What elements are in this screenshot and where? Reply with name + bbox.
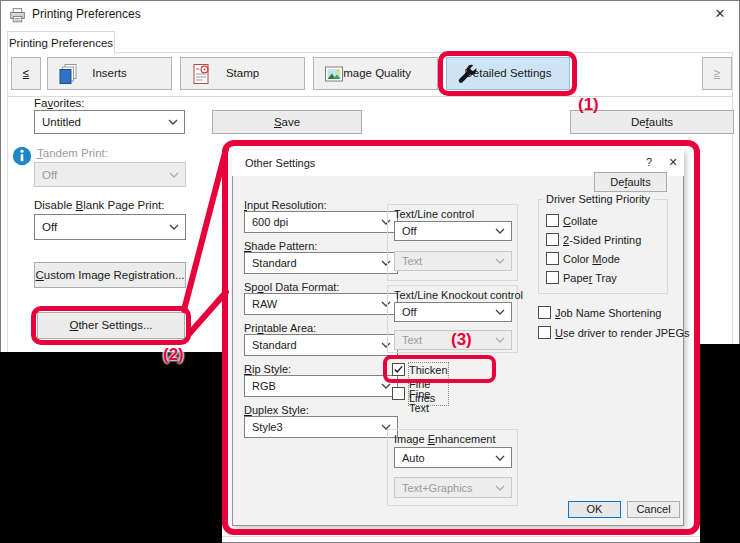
render-jpeg-label: Use driver to render JPEGs bbox=[555, 326, 690, 340]
text-line-control-sub-select: Text bbox=[394, 251, 512, 271]
color-mode-checkbox[interactable] bbox=[546, 252, 559, 265]
window-close-button[interactable]: ✕ bbox=[706, 3, 734, 25]
info-icon bbox=[12, 146, 32, 166]
save-button[interactable]: Save bbox=[212, 110, 362, 134]
disable-blank-page-select[interactable]: Off bbox=[34, 214, 186, 240]
rip-style-select[interactable]: RGB bbox=[244, 375, 398, 397]
spool-data-format-label: Spool Data Format: bbox=[244, 281, 339, 293]
knockout-control-select[interactable]: Off bbox=[394, 302, 512, 322]
image-enhancement-select[interactable]: Auto bbox=[394, 447, 512, 468]
shade-pattern-select[interactable]: Standard bbox=[244, 252, 398, 274]
callout-label-2: (2) bbox=[163, 345, 184, 365]
image-quality-label: Image Quality bbox=[340, 67, 411, 79]
detailed-settings-button[interactable]: Detailed Settings bbox=[446, 57, 570, 90]
window-title: Printing Preferences bbox=[32, 7, 141, 21]
tandem-print-select: Off bbox=[34, 162, 186, 187]
spool-data-format-select[interactable]: RAW bbox=[244, 293, 398, 315]
chevron-down-icon bbox=[495, 455, 505, 461]
image-enhancement-label: Image Enhancement bbox=[394, 433, 496, 445]
other-settings-button[interactable]: Other Settings... bbox=[37, 312, 185, 339]
tab-printing-preferences[interactable]: Printing Preferences bbox=[7, 31, 115, 54]
tandem-print-label: Tandem Print: bbox=[37, 147, 108, 159]
ok-button[interactable]: OK bbox=[568, 501, 621, 518]
chevron-down-icon bbox=[495, 485, 505, 491]
text-line-control-select[interactable]: Off bbox=[394, 221, 512, 241]
image-quality-icon bbox=[323, 63, 345, 85]
image-enhancement-sub-select: Text+Graphics bbox=[394, 477, 512, 498]
disable-blank-page-label: Disable Blank Page Print: bbox=[34, 199, 164, 211]
dialog-close-button[interactable]: ✕ bbox=[665, 156, 681, 169]
shade-pattern-label: Shade Pattern: bbox=[244, 240, 317, 252]
render-jpeg-checkbox[interactable] bbox=[538, 326, 551, 339]
paper-tray-checkbox[interactable] bbox=[546, 271, 559, 284]
thicken-fine-lines-checkbox[interactable] bbox=[392, 363, 405, 376]
rip-style-label: Rip Style: bbox=[244, 363, 291, 375]
collate-checkbox[interactable] bbox=[546, 214, 559, 227]
favorites-select[interactable]: Untitled bbox=[34, 110, 185, 134]
chevron-down-icon bbox=[169, 172, 179, 178]
image-quality-button[interactable]: Image Quality bbox=[313, 57, 438, 90]
inserts-label: Inserts bbox=[92, 67, 127, 79]
redacted-preview-area bbox=[0, 352, 222, 543]
paper-tray-label: Paper Tray bbox=[563, 271, 617, 285]
chevron-down-icon bbox=[381, 383, 391, 389]
printable-area-label: Printable Area: bbox=[244, 322, 316, 334]
chevron-down-icon bbox=[169, 224, 179, 230]
fine-text-checkbox[interactable] bbox=[392, 387, 405, 400]
job-name-shortening-checkbox[interactable] bbox=[538, 306, 551, 319]
stamp-icon bbox=[190, 63, 212, 85]
toolbar-separator bbox=[8, 96, 732, 97]
text-line-control-label: Text/Line control bbox=[394, 208, 474, 220]
stamp-button[interactable]: Stamp bbox=[180, 57, 305, 90]
two-sided-printing-label: 2-Sided Printing bbox=[563, 233, 641, 247]
redacted-right-area bbox=[700, 344, 740, 543]
chevron-down-icon bbox=[495, 258, 505, 264]
inserts-button[interactable]: Inserts bbox=[47, 57, 172, 90]
cancel-button[interactable]: Cancel bbox=[627, 501, 680, 518]
job-name-shortening-label: Job Name Shortening bbox=[555, 306, 661, 320]
favorites-label: Favorites: bbox=[34, 97, 85, 109]
chevron-down-icon bbox=[168, 119, 178, 125]
duplex-style-label: Duplex Style: bbox=[244, 404, 309, 416]
printable-area-select[interactable]: Standard bbox=[244, 334, 398, 356]
callout-label-1: (1) bbox=[578, 95, 599, 115]
collate-label: Collate bbox=[563, 214, 597, 228]
knockout-control-label: Text/Line Knockout control bbox=[394, 289, 523, 301]
chevron-down-icon bbox=[495, 309, 505, 315]
dialog-title: Other Settings bbox=[245, 157, 315, 169]
dialog-help-button[interactable]: ? bbox=[641, 156, 657, 168]
inserts-icon bbox=[57, 63, 79, 85]
two-sided-printing-checkbox[interactable] bbox=[546, 233, 559, 246]
dialog-defaults-button[interactable]: Defaults bbox=[594, 172, 667, 192]
next-tab-button[interactable]: ≥ bbox=[702, 57, 732, 90]
callout-label-3: (3) bbox=[451, 330, 472, 350]
prev-tab-button[interactable]: ≤ bbox=[11, 57, 41, 90]
chevron-down-icon bbox=[495, 337, 505, 343]
stamp-label: Stamp bbox=[226, 67, 259, 79]
duplex-style-select[interactable]: Style3 bbox=[244, 416, 398, 438]
input-resolution-select[interactable]: 600 dpi bbox=[244, 211, 398, 233]
chevron-down-icon bbox=[495, 228, 505, 234]
fine-text-label: Fine Text bbox=[409, 387, 430, 415]
input-resolution-label: Input Resolution: bbox=[244, 199, 327, 211]
driver-setting-priority-label: Driver Setting Priority bbox=[543, 193, 653, 205]
color-mode-label: Color Mode bbox=[563, 252, 620, 266]
wrench-icon bbox=[456, 63, 478, 85]
printer-icon bbox=[9, 7, 26, 24]
custom-image-registration-button[interactable]: Custom Image Registration... bbox=[34, 262, 186, 288]
